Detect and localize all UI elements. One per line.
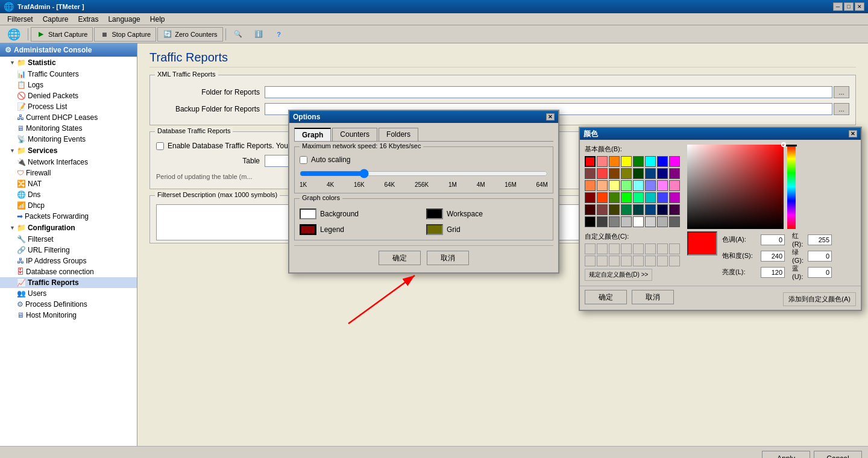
sidebar-item-dns[interactable]: 🌐 Dns <box>0 189 137 200</box>
sidebar-item-ip-address-groups[interactable]: 🖧 IP Address Groups <box>0 256 137 266</box>
custom-color-cell[interactable] <box>585 256 596 266</box>
basic-color-cell[interactable] <box>669 168 680 179</box>
basic-color-cell[interactable] <box>657 168 668 179</box>
add-to-custom-button[interactable]: 添加到自定义颜色(A) <box>783 292 856 306</box>
blue-input[interactable] <box>808 267 832 278</box>
basic-color-cell[interactable] <box>621 204 632 215</box>
menu-help[interactable]: Help <box>145 14 170 25</box>
background-swatch[interactable] <box>300 209 316 219</box>
custom-color-cell[interactable] <box>633 256 644 266</box>
sidebar-item-process-list[interactable]: 📝 Process List <box>0 101 137 112</box>
basic-color-cell[interactable] <box>621 156 632 167</box>
basic-color-cell[interactable] <box>621 168 632 179</box>
basic-color-cell[interactable] <box>597 168 608 179</box>
basic-color-cell[interactable] <box>645 216 656 227</box>
color-spectrum[interactable] <box>687 145 784 229</box>
custom-color-cell[interactable] <box>609 243 620 254</box>
options-ok-button[interactable]: 确定 <box>379 251 421 265</box>
sidebar-section-statistic[interactable]: ▼ 📁 Statistic <box>0 57 137 69</box>
basic-color-cell[interactable] <box>597 156 608 167</box>
basic-color-cell[interactable] <box>633 156 644 167</box>
folder-input[interactable] <box>265 86 832 98</box>
tab-graph[interactable]: Graph <box>294 128 331 141</box>
custom-color-cell[interactable] <box>597 256 608 266</box>
basic-color-cell[interactable] <box>609 168 620 179</box>
basic-color-cell[interactable] <box>645 156 656 167</box>
options-cancel-button[interactable]: 取消 <box>427 251 469 265</box>
basic-color-cell[interactable] <box>669 216 680 227</box>
zero-counters-button[interactable]: 🔄 Zero Counters <box>157 27 222 42</box>
toolbar-help-button[interactable]: ? <box>269 27 289 42</box>
sidebar-item-dhcp[interactable]: 📶 Dhcp <box>0 200 137 211</box>
legend-swatch[interactable] <box>300 224 316 235</box>
custom-color-cell[interactable] <box>609 256 620 266</box>
sidebar-section-configuration[interactable]: ▼ 📁 Configuration <box>0 222 137 234</box>
folder-browse-button[interactable]: … <box>834 86 849 98</box>
tab-counters[interactable]: Counters <box>332 128 377 141</box>
toolbar-info-button[interactable]: ℹ️ <box>249 27 268 42</box>
saturation-input[interactable] <box>761 251 785 262</box>
basic-color-cell[interactable] <box>657 204 668 215</box>
sidebar-item-logs[interactable]: 📋 Logs <box>0 80 137 90</box>
menu-extras[interactable]: Extras <box>73 14 103 25</box>
toolbar-find-button[interactable]: 🔍 <box>228 27 248 42</box>
sidebar-item-traffic-reports[interactable]: 📈 Traffic Reports <box>0 277 137 288</box>
basic-color-cell[interactable] <box>609 156 620 167</box>
basic-color-cell[interactable] <box>585 180 596 191</box>
sidebar-item-filterset[interactable]: 🔧 Filterset <box>0 234 137 245</box>
hue-bar[interactable] <box>787 145 796 229</box>
hue-input[interactable] <box>761 234 785 245</box>
custom-color-cell[interactable] <box>669 243 680 254</box>
basic-color-cell[interactable] <box>645 204 656 215</box>
basic-color-cell[interactable] <box>657 156 668 167</box>
sidebar-item-host-monitoring[interactable]: 🖥 Host Monitoring <box>0 310 137 321</box>
sidebar-item-monitoring-states[interactable]: 🖥 Monitoring States <box>0 123 137 134</box>
basic-color-cell[interactable] <box>669 156 680 167</box>
backup-browse-button[interactable]: … <box>834 103 849 115</box>
basic-color-cell[interactable] <box>597 204 608 215</box>
sidebar-item-firewall[interactable]: 🛡 Firewall <box>0 168 137 178</box>
custom-color-cell[interactable] <box>585 243 596 254</box>
menu-filterset[interactable]: Filterset <box>2 14 38 25</box>
basic-color-cell[interactable] <box>609 192 620 203</box>
color-ok-button[interactable]: 确定 <box>585 290 627 304</box>
close-button[interactable]: ✕ <box>855 2 864 11</box>
basic-color-cell[interactable] <box>609 216 620 227</box>
basic-color-cell[interactable] <box>621 192 632 203</box>
basic-color-cell[interactable] <box>609 180 620 191</box>
auto-scaling-checkbox[interactable] <box>300 156 307 164</box>
basic-color-cell[interactable] <box>597 180 608 191</box>
minimize-button[interactable]: ─ <box>833 2 843 11</box>
menu-capture[interactable]: Capture <box>38 14 74 25</box>
basic-color-cell[interactable] <box>633 192 644 203</box>
custom-color-cell[interactable] <box>621 256 632 266</box>
basic-color-cell[interactable] <box>621 216 632 227</box>
basic-color-cell[interactable] <box>585 168 596 179</box>
basic-color-cell[interactable] <box>633 168 644 179</box>
sidebar-item-users[interactable]: 👥 Users <box>0 288 137 299</box>
sidebar-item-dhcp-leases[interactable]: 🖧 Current DHCP Leases <box>0 112 137 123</box>
sidebar-item-packets-forwarding[interactable]: ➡ Packets Forwarding <box>0 211 137 222</box>
menu-language[interactable]: Language <box>103 14 145 25</box>
sidebar-item-traffic-counters[interactable]: 📊 Traffic Counters <box>0 69 137 80</box>
basic-color-cell[interactable] <box>585 216 596 227</box>
custom-color-cell[interactable] <box>645 243 656 254</box>
grid-swatch[interactable] <box>426 224 443 235</box>
sidebar-item-monitoring-events[interactable]: 📡 Monitoring Events <box>0 134 137 145</box>
basic-color-cell[interactable] <box>633 180 644 191</box>
maximize-button[interactable]: □ <box>844 2 854 11</box>
red-input[interactable] <box>808 234 832 245</box>
sidebar-item-nat[interactable]: 🔀 NAT <box>0 178 137 189</box>
basic-color-cell[interactable] <box>633 216 644 227</box>
basic-color-cell[interactable] <box>597 192 608 203</box>
custom-color-cell[interactable] <box>657 243 668 254</box>
color-dialog-close-button[interactable]: ✕ <box>849 130 857 137</box>
basic-color-cell[interactable] <box>669 204 680 215</box>
basic-color-cell[interactable] <box>657 192 668 203</box>
custom-color-cell[interactable] <box>621 243 632 254</box>
green-input[interactable] <box>808 251 832 262</box>
basic-color-cell[interactable] <box>597 216 608 227</box>
sidebar-item-denied-packets[interactable]: 🚫 Denied Packets <box>0 90 137 101</box>
options-close-button[interactable]: ✕ <box>546 113 555 121</box>
sidebar-item-network-interfaces[interactable]: 🔌 Network Interfaces <box>0 157 137 168</box>
